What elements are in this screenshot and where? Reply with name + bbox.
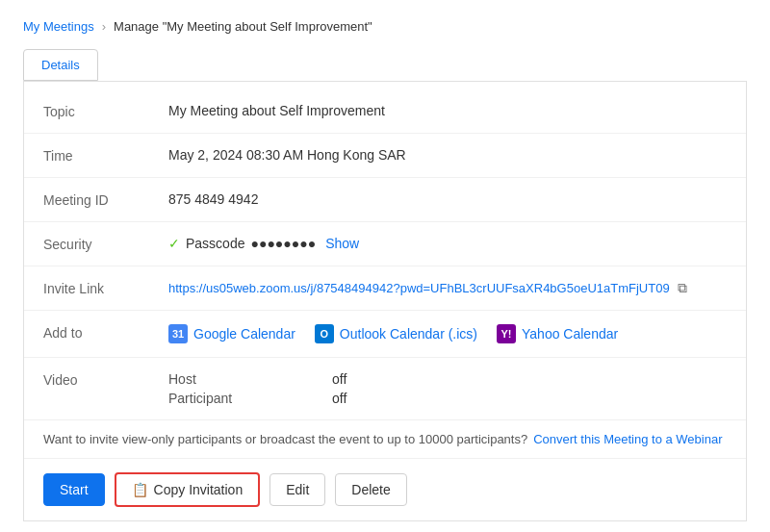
security-value: ✓ Passcode ●●●●●●●● Show (168, 236, 727, 251)
video-label: Video (43, 371, 168, 388)
copy-link-icon[interactable]: ⧉ (678, 280, 687, 296)
video-host-value: off (332, 371, 346, 387)
copy-invitation-button[interactable]: 📋 Copy Invitation (115, 472, 261, 507)
video-participant-row: Participant off (168, 391, 727, 406)
delete-button[interactable]: Delete (335, 473, 406, 506)
invite-link-row: Invite Link https://us05web.zoom.us/j/87… (24, 266, 746, 311)
page-container: My Meetings › Manage "My Meeting about S… (0, 0, 770, 532)
copy-invitation-label: Copy Invitation (154, 482, 244, 497)
breadcrumb-parent-link[interactable]: My Meetings (23, 19, 94, 34)
convert-to-webinar-link[interactable]: Convert this Meeting to a Webinar (533, 432, 722, 446)
edit-button[interactable]: Edit (270, 473, 325, 506)
show-passcode-link[interactable]: Show (325, 236, 359, 251)
breadcrumb-separator: › (102, 19, 106, 34)
topic-value: My Meeting about Self Improvement (168, 103, 727, 118)
topic-label: Topic (43, 103, 168, 119)
security-row: Security ✓ Passcode ●●●●●●●● Show (24, 222, 746, 266)
outlook-calendar-icon: O (315, 324, 334, 343)
calendar-options: 31 Google Calendar O Outlook Calendar (.… (168, 324, 727, 343)
invite-link-url[interactable]: https://us05web.zoom.us/j/87548494942?pw… (168, 281, 670, 295)
yahoo-calendar-btn[interactable]: Y! Yahoo Calendar (497, 324, 618, 343)
copy-invitation-icon: 📋 (132, 482, 148, 497)
time-value: May 2, 2024 08:30 AM Hong Kong SAR (168, 147, 727, 163)
add-to-value: 31 Google Calendar O Outlook Calendar (.… (168, 324, 727, 343)
invite-link-label: Invite Link (43, 280, 168, 296)
google-calendar-btn[interactable]: 31 Google Calendar (168, 324, 295, 343)
webinar-row: Want to invite view-only participants or… (24, 420, 746, 459)
video-host-row: Host off (168, 371, 727, 387)
meeting-id-row: Meeting ID 875 4849 4942 (24, 178, 746, 222)
add-to-row: Add to 31 Google Calendar O Outlook Cale… (24, 311, 746, 358)
yahoo-calendar-icon: Y! (497, 324, 516, 343)
action-bar: Start 📋 Copy Invitation Edit Delete (24, 459, 746, 520)
details-section: Topic My Meeting about Self Improvement … (23, 82, 747, 521)
meeting-id-label: Meeting ID (43, 191, 168, 208)
yahoo-calendar-label: Yahoo Calendar (522, 326, 618, 342)
video-row: Video Host off Participant off (24, 358, 746, 420)
video-value: Host off Participant off (168, 371, 727, 406)
google-calendar-icon: 31 (168, 324, 188, 343)
passcode-label: Passcode (186, 236, 244, 251)
outlook-calendar-btn[interactable]: O Outlook Calendar (.ics) (315, 324, 477, 343)
start-button[interactable]: Start (43, 473, 105, 506)
passcode-check-icon: ✓ (168, 236, 180, 251)
time-row: Time May 2, 2024 08:30 AM Hong Kong SAR (24, 134, 746, 178)
tab-details[interactable]: Details (23, 49, 98, 81)
breadcrumb: My Meetings › Manage "My Meeting about S… (23, 19, 747, 34)
video-participant-label: Participant (168, 391, 255, 406)
google-calendar-label: Google Calendar (193, 326, 295, 342)
passcode-hidden-value: ●●●●●●●● (250, 236, 316, 251)
tab-bar: Details (23, 49, 747, 82)
security-label: Security (43, 236, 168, 252)
topic-row: Topic My Meeting about Self Improvement (24, 89, 746, 134)
breadcrumb-current: Manage "My Meeting about Self Improvemen… (114, 19, 372, 34)
passcode-row: ✓ Passcode ●●●●●●●● Show (168, 236, 727, 251)
video-host-label: Host (168, 371, 255, 387)
webinar-text: Want to invite view-only participants or… (43, 432, 527, 446)
meeting-id-value: 875 4849 4942 (168, 191, 727, 207)
time-label: Time (43, 147, 168, 164)
invite-link-value-container: https://us05web.zoom.us/j/87548494942?pw… (168, 280, 727, 296)
video-participant-value: off (332, 391, 346, 406)
add-to-label: Add to (43, 324, 168, 341)
outlook-calendar-label: Outlook Calendar (.ics) (340, 326, 477, 342)
